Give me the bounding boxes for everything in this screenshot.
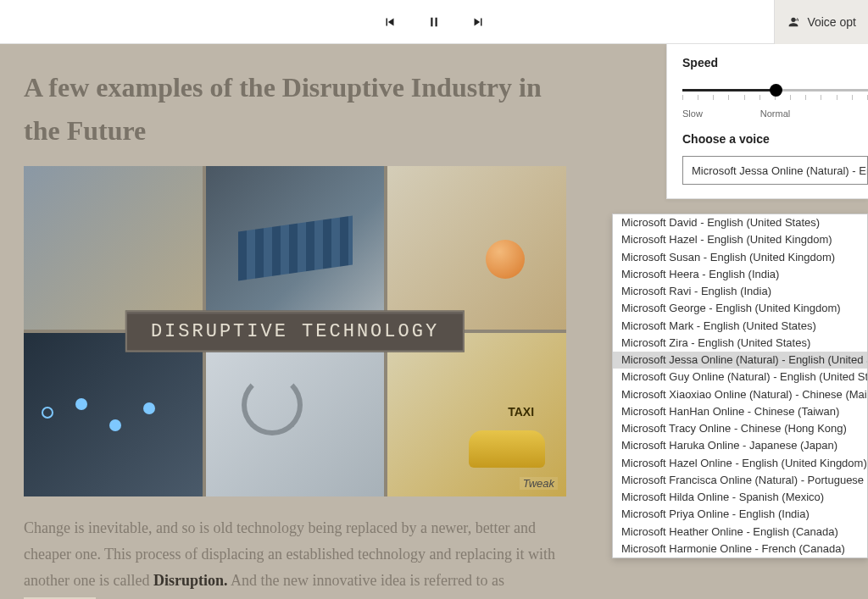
voice-option[interactable]: Microsoft Hazel Online - English (United…: [613, 455, 867, 472]
para-bold: Disruption.: [153, 572, 228, 589]
collage-tile: [206, 333, 385, 496]
speed-label: Speed: [682, 56, 868, 69]
collage-tile: [387, 333, 566, 496]
article-hero-collage: DISRUPTIVE TECHNOLOGY Tweak: [24, 166, 566, 496]
collage-tile: [24, 333, 203, 496]
skip-next-icon: [470, 14, 486, 30]
voice-option[interactable]: Microsoft Hazel - English (United Kingdo…: [613, 231, 867, 248]
pause-icon: [426, 14, 442, 30]
voice-option[interactable]: Microsoft Guy Online (Natural) - English…: [613, 369, 867, 385]
para-mid: And the new innovative idea is referred …: [231, 572, 504, 589]
voice-option[interactable]: Microsoft George - English (United Kingd…: [613, 300, 867, 317]
voice-option[interactable]: Microsoft Xiaoxiao Online (Natural) - Ch…: [613, 386, 867, 403]
previous-button[interactable]: [380, 12, 400, 32]
voice-option[interactable]: Microsoft Mark - English (United States): [613, 318, 867, 335]
voice-option[interactable]: Microsoft Hilda Online - Spanish (Mexico…: [613, 489, 867, 506]
collage-tile: [24, 166, 203, 330]
slider-end-labels: Slow Normal .: [682, 108, 868, 119]
collage-tile: [206, 166, 385, 330]
voice-option[interactable]: Microsoft David - English (United States…: [613, 214, 867, 231]
voice-options-button[interactable]: Voice opt: [774, 0, 868, 44]
voice-dropdown[interactable]: Microsoft David - English (United States…: [612, 214, 868, 558]
slider-normal-label: Normal: [760, 108, 790, 119]
voice-option[interactable]: Microsoft Ravi - English (India): [613, 283, 867, 300]
voice-options-label: Voice opt: [807, 15, 856, 29]
voice-options-panel: Speed Slow Normal . Choose a voice Micro…: [666, 44, 868, 199]
pause-button[interactable]: [424, 12, 444, 32]
person-voice-icon: [787, 15, 800, 29]
voice-option[interactable]: Microsoft Heera - English (India): [613, 266, 867, 283]
voice-option[interactable]: Microsoft Priya Online - English (India): [613, 506, 867, 523]
voice-option[interactable]: Microsoft Heather Online - English (Cana…: [613, 524, 867, 541]
reader-toolbar: Voice opt: [0, 0, 868, 44]
voice-option[interactable]: Microsoft Jessa Online (Natural) - Engli…: [613, 352, 867, 369]
voice-option[interactable]: Microsoft Haruka Online - Japanese (Japa…: [613, 437, 867, 454]
voice-select-value: Microsoft Jessa Online (Natural) - Engl: [692, 164, 868, 177]
choose-voice-label: Choose a voice: [682, 132, 868, 146]
voice-option[interactable]: Microsoft Zira - English (United States): [613, 335, 867, 352]
collage-banner: DISRUPTIVE TECHNOLOGY: [125, 311, 465, 352]
play-controls: [380, 12, 488, 32]
article-paragraph: Change is inevitable, and so is old tech…: [24, 515, 566, 599]
voice-option[interactable]: Microsoft HanHan Online - Chinese (Taiwa…: [613, 403, 867, 420]
slider-slow-label: Slow: [682, 108, 703, 119]
collage-watermark: Tweak: [520, 477, 558, 490]
speed-slider[interactable]: [682, 80, 868, 105]
skip-previous-icon: [382, 14, 398, 30]
voice-option[interactable]: Microsoft Tracy Online - Chinese (Hong K…: [613, 420, 867, 437]
voice-select[interactable]: Microsoft Jessa Online (Natural) - Engl: [682, 156, 868, 185]
voice-option[interactable]: Microsoft Susan - English (United Kingdo…: [613, 249, 867, 266]
collage-tile: [387, 166, 566, 330]
next-button[interactable]: [468, 12, 488, 32]
voice-option[interactable]: Microsoft Francisca Online (Natural) - P…: [613, 472, 867, 489]
voice-option[interactable]: Microsoft Harmonie Online - French (Cana…: [613, 541, 867, 557]
slider-thumb[interactable]: [770, 84, 782, 97]
article-title: A few examples of the Disruptive Industr…: [24, 66, 566, 153]
